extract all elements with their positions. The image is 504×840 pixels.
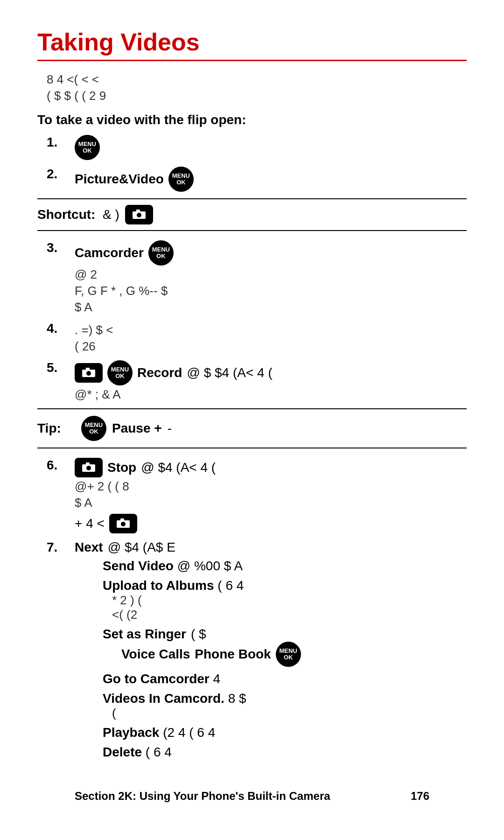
camera-btn-shortcut[interactable] (125, 205, 153, 224)
step-3-encoded-3: $ A (75, 300, 467, 315)
svg-point-10 (121, 522, 126, 526)
title-divider (37, 60, 467, 61)
step-6-content: Stop @ $4 (A< 4 ( @+ 2 ( ( 8 $ A + 4 < (75, 458, 467, 533)
step-5-encoded-1: @ $ $4 (A< 4 ( (187, 365, 272, 380)
sub-item-upload: Upload to Albums ( 6 4 * 2 ) ( <( (2 (103, 578, 467, 622)
sub-item-playback-text: (2 4 ( 6 4 (163, 725, 215, 740)
svg-point-7 (86, 466, 91, 470)
menu-ok-btn-tip[interactable]: MENUOK (81, 416, 106, 441)
main-content: Taking Videos 8 4 <( < < ( $ $ ( ( 2 9 T… (37, 28, 467, 821)
sub-item-videos-in: Videos In Camcord. 8 $ ( (103, 691, 467, 721)
step-7-content: Next @ $4 (A$ E Send Video @ %00 $ A Upl… (75, 540, 467, 764)
step-3-encoded-1: @ 2 (75, 267, 467, 282)
step-6-encoded-2: @+ 2 ( ( 8 (75, 479, 467, 494)
step-6-extra-text: + 4 < (75, 516, 105, 531)
camera-btn-5[interactable] (75, 363, 103, 383)
page-title: Taking Videos (37, 28, 467, 56)
encoded-line-1: 8 4 <( < < (37, 72, 467, 87)
tip-label: Tip: (37, 421, 75, 436)
voice-calls-label: Voice Calls (121, 647, 190, 662)
step-5-inline: MENUOK Record @ $ $4 (A< 4 ( (75, 360, 467, 385)
tip-row: Tip: MENUOK Pause + - (37, 408, 467, 448)
encoded-line-2: ( $ $ ( ( 2 9 (37, 89, 467, 103)
step-3-encoded-2: F, G F * , G %-- $ (75, 284, 467, 298)
step-5-record-label: Record (137, 365, 182, 380)
step-2: 2. Picture&Video MENUOK (37, 167, 467, 192)
sub-item-upload-text: ( 6 4 (217, 578, 244, 593)
step-4-content: . =) $ < ( 26 (75, 321, 467, 354)
step-2-inline: Picture&Video MENUOK (75, 167, 467, 192)
shortcut-label: Shortcut: (37, 207, 103, 222)
intro-text: To take a video with the flip open: (37, 112, 467, 127)
sub-item-upload-extra2: <( (2 (103, 608, 467, 622)
sub-item-ringer-inline: Set as Ringer ( $ (103, 627, 467, 642)
sub-item-send-video: Send Video @ %00 $ A (103, 559, 467, 574)
step-5: 5. MENUOK Record @ $ $4 (A< 4 ( @* (37, 360, 467, 402)
svg-rect-2 (136, 210, 140, 212)
shortcut-text: & ) (103, 207, 119, 222)
sub-item-go-camcorder: Go to Camcorder 4 (103, 672, 467, 686)
phone-book-label: Phone Book (195, 647, 271, 662)
shortcut-content: & ) (103, 205, 467, 224)
step-6-num: 6. (47, 458, 75, 473)
step-2-num: 2. (47, 167, 75, 182)
sub-item-send-video-label: Send Video (103, 559, 174, 573)
menu-ok-btn-3[interactable]: MENUOK (148, 240, 174, 266)
tip-dash: - (168, 421, 172, 436)
footer-section-label: Section 2K: Using Your Phone's Built-in … (75, 790, 330, 803)
step-3-num: 3. (47, 240, 75, 255)
sub-item-ringer-text: ( $ (191, 627, 206, 642)
sub-item-ringer: Set as Ringer ( $ Voice Calls Phone Book… (103, 627, 467, 667)
step-7-num: 7. (47, 540, 75, 555)
camera-icon-6 (82, 462, 95, 473)
step-7-encoded-1: @ $4 (A$ E (108, 540, 175, 555)
menu-ok-btn-5[interactable]: MENUOK (107, 360, 133, 385)
step-6-inline: Stop @ $4 (A< 4 ( (75, 458, 467, 477)
sub-item-videos-label: Videos In Camcord. (103, 691, 224, 706)
sub-item-go-camcorder-text: 4 (213, 672, 220, 686)
step-3-inline: Camcorder MENUOK (75, 240, 467, 266)
step-5-encoded-2: @* ; & A (75, 387, 467, 402)
sub-item-delete-text: ( 6 4 (146, 745, 172, 759)
sub-item-upload-label: Upload to Albums (103, 578, 214, 593)
camera-icon-5 (82, 368, 95, 378)
sub-item-ringer-label: Set as Ringer (103, 627, 186, 642)
sub-item-videos-extra1: ( (103, 706, 467, 721)
menu-ok-label-2: MENUOK (172, 173, 190, 186)
step-3: 3. Camcorder MENUOK @ 2 F, G F * , G %--… (37, 240, 467, 315)
step-1: 1. MENUOK (37, 135, 467, 160)
step-4-encoded-2: ( 26 (75, 339, 467, 354)
step-2-content: Picture&Video MENUOK (75, 167, 467, 192)
step-7-next-label: Next (75, 540, 103, 555)
camera-btn-6-end[interactable] (109, 514, 137, 533)
footer-page-number: 176 (411, 790, 429, 803)
sub-item-delete-label: Delete (103, 745, 142, 759)
sub-item-playback-label: Playback (103, 725, 159, 740)
menu-ok-label-ringer: MENUOK (280, 648, 297, 661)
camera-icon-shortcut (133, 210, 146, 220)
step-7: 7. Next @ $4 (A$ E Send Video @ %00 $ A … (37, 540, 467, 764)
step-6: 6. Stop @ $4 (A< 4 ( @+ 2 ( ( 8 (37, 458, 467, 533)
camera-icon-6-end (117, 518, 130, 529)
menu-ok-label-tip: MENUOK (85, 422, 103, 435)
step-4: 4. . =) $ < ( 26 (37, 321, 467, 354)
step-1-num: 1. (47, 135, 75, 150)
sub-items-container: Send Video @ %00 $ A Upload to Albums ( … (75, 559, 467, 760)
shortcut-row: Shortcut: & ) (37, 198, 467, 231)
menu-ok-btn-ringer[interactable]: MENUOK (276, 642, 301, 667)
svg-rect-8 (86, 462, 90, 465)
svg-point-1 (137, 213, 141, 217)
sub-item-send-video-text: @ %00 $ A (177, 559, 243, 573)
step-4-encoded-1: . =) $ < (75, 323, 467, 337)
step-3-content: Camcorder MENUOK @ 2 F, G F * , G %-- $ … (75, 240, 467, 315)
step-5-num: 5. (47, 360, 75, 375)
menu-ok-btn-2[interactable]: MENUOK (168, 167, 194, 192)
step-2-label: Picture&Video (75, 172, 164, 187)
step-7-inline: Next @ $4 (A$ E (75, 540, 467, 555)
step-4-num: 4. (47, 321, 75, 336)
menu-ok-btn-1[interactable]: MENUOK (75, 135, 100, 160)
step-6-stop-label: Stop (107, 460, 136, 475)
camera-btn-6[interactable] (75, 458, 103, 477)
step-1-inline: MENUOK (75, 135, 467, 160)
step-6-encoded-3: $ A (75, 496, 467, 510)
